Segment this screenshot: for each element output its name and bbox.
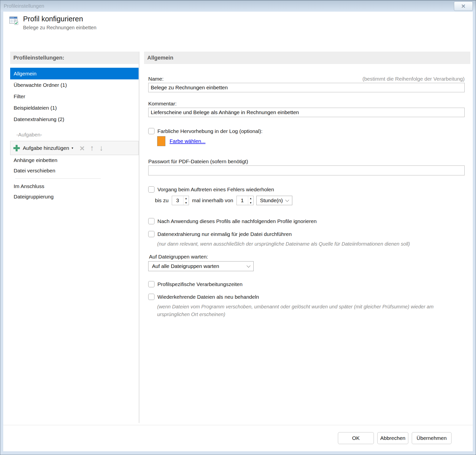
cancel-button[interactable]: Abbrechen [377, 432, 408, 444]
extract-once-label: Datenextrahierung nur einmalig für jede … [157, 231, 292, 237]
color-highlight-label: Farbliche Hervorhebung in der Log (optio… [157, 128, 263, 134]
dialog-header: Profil konfigurieren Belege zu Rechnunge… [3, 12, 473, 52]
comment-input[interactable] [148, 108, 465, 117]
move-task-down-button[interactable]: ↓ [99, 144, 103, 152]
retry-middle-label: mal innerhalb von [192, 197, 233, 203]
retry-count-value: 3 [172, 196, 183, 205]
sidebar-item-filter[interactable]: Filter [10, 91, 139, 102]
sidebar-divider [15, 178, 101, 179]
ok-button[interactable]: OK [338, 432, 374, 444]
window-title: Profileinstellungen [4, 3, 454, 9]
task-item-datei-verschieben[interactable]: Datei verschieben [10, 165, 139, 176]
dialog-frame: Profil konfigurieren Belege zu Rechnunge… [0, 12, 476, 455]
dialog-body: Profileinstellungen: Allgemein Überwacht… [3, 52, 473, 425]
delete-task-button[interactable]: × [80, 144, 85, 152]
apply-button[interactable]: Übernehmen [412, 432, 451, 444]
profile-window-icon [9, 16, 19, 25]
dialog-content: Profil konfigurieren Belege zu Rechnunge… [3, 12, 473, 451]
move-task-up-button[interactable]: ↑ [90, 144, 94, 152]
file-groups-select[interactable]: Auf alle Dateigruppen warten [148, 261, 254, 271]
file-groups-value: Auf alle Dateigruppen warten [152, 263, 219, 269]
page-subtitle: Belege zu Rechnungen einbetten [23, 25, 96, 31]
color-swatch[interactable] [157, 136, 165, 146]
choose-color-link[interactable]: Farbe wählen... [170, 138, 206, 144]
sidebar: Profileinstellungen: Allgemein Überwacht… [10, 52, 139, 425]
password-input[interactable] [148, 165, 465, 175]
processing-times-checkbox[interactable] [148, 281, 154, 287]
sidebar-item-allgemein[interactable]: Allgemein [10, 68, 139, 79]
sidebar-item-im-anschluss[interactable]: Im Anschluss [10, 181, 139, 192]
retry-interval-up-button[interactable]: ▲ [248, 196, 253, 200]
retry-label: Vorgang beim Auftreten eines Fehlers wie… [157, 187, 274, 193]
password-label: Passwort für PDF-Dateien (sofern benötig… [148, 159, 465, 164]
sidebar-item-beispieldateien[interactable]: Beispieldateien (1) [10, 102, 139, 114]
profile-settings-dialog: Profileinstellungen × [0, 0, 476, 455]
section-header: Allgemein [144, 52, 470, 64]
chevron-down-icon [285, 198, 289, 202]
file-groups-label: Auf Dateigruppen warten: [148, 254, 465, 260]
extract-once-note: (nur dann relevant, wenn ausschließlich … [148, 240, 465, 248]
recurring-files-checkbox[interactable] [148, 294, 154, 300]
sidebar-header: Profileinstellungen: [10, 52, 139, 64]
tasks-group-label: -Aufgaben- [10, 129, 139, 140]
retry-interval-down-button[interactable]: ▼ [248, 200, 253, 205]
add-task-button[interactable]: Aufgabe hinzufügen [23, 145, 69, 151]
retry-count-up-button[interactable]: ▲ [183, 196, 189, 200]
retry-interval-stepper[interactable]: 1 ▲ ▼ [237, 196, 254, 205]
page-title: Profil konfigurieren [23, 15, 96, 23]
retry-unit-value: Stunde(n) [260, 197, 283, 203]
sidebar-item-ueberwachte-ordner[interactable]: Überwachte Ordner (1) [10, 79, 139, 91]
ignore-following-checkbox[interactable] [148, 218, 154, 224]
titlebar: Profileinstellungen × [0, 0, 476, 12]
sidebar-item-datenextrahierung[interactable]: Datenextrahierung (2) [10, 114, 139, 125]
name-hint: (bestimmt die Reihenfolge der Verarbeitu… [362, 76, 465, 82]
close-button[interactable]: × [454, 1, 473, 11]
retry-checkbox[interactable] [148, 186, 154, 193]
color-highlight-checkbox[interactable] [148, 128, 154, 134]
retry-count-stepper[interactable]: 3 ▲ ▼ [172, 196, 189, 205]
retry-count-down-button[interactable]: ▼ [183, 200, 189, 205]
panel-divider [139, 52, 140, 423]
retry-interval-value: 1 [237, 196, 248, 205]
add-icon [13, 145, 20, 151]
name-input[interactable] [148, 83, 465, 92]
chevron-down-icon[interactable]: ▾ [72, 146, 73, 150]
task-item-anhaenge-einbetten[interactable]: Anhänge einbetten [10, 155, 139, 165]
extract-once-checkbox[interactable] [148, 231, 154, 237]
recurring-files-note: (wenn Dateien vom Programm verschoben, u… [148, 303, 465, 318]
main-panel: Allgemein Name: (bestimmt die Reihenfolg… [144, 52, 470, 425]
processing-times-label: Profilspezifische Verarbeitungszeiten [157, 281, 242, 287]
close-icon: × [461, 3, 465, 10]
name-label: Name: [148, 76, 164, 82]
retry-prefix-label: bis zu [155, 197, 169, 203]
sidebar-item-dateigruppierung[interactable]: Dateigruppierung [10, 192, 139, 202]
chevron-down-icon [247, 263, 251, 267]
recurring-files-label: Wiederkehrende Dateien als neu behandeln [157, 294, 259, 300]
ignore-following-label: Nach Anwendung dieses Profils alle nachf… [157, 218, 317, 224]
footer: OK Abbrechen Übernehmen [3, 425, 473, 451]
retry-unit-select[interactable]: Stunde(n) [256, 196, 292, 205]
comment-label: Kommentar: [148, 101, 465, 107]
task-toolbar: Aufgabe hinzufügen ▾ × ↑ ↓ [10, 141, 139, 155]
